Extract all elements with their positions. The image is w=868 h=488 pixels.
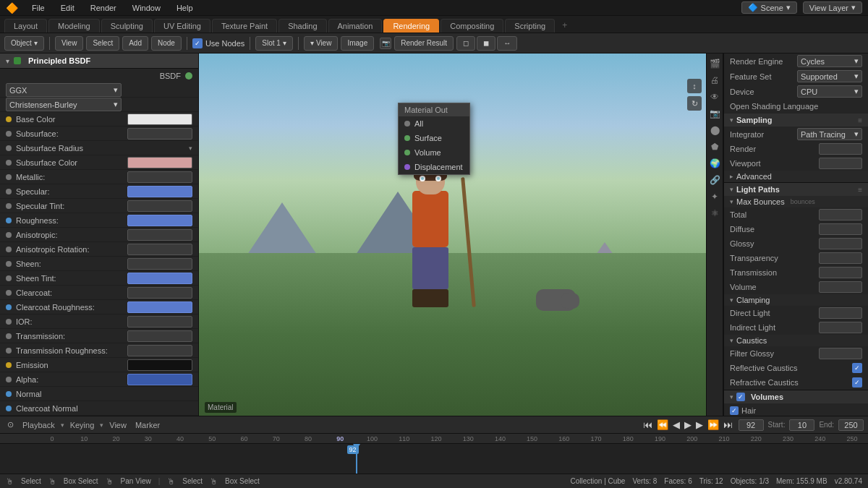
feature-set-dropdown[interactable]: Supported ▾ <box>797 70 862 82</box>
menu-window[interactable]: Window <box>130 4 163 12</box>
principled-bsdf-header[interactable]: ▾ Principled BSDF <box>0 53 198 69</box>
advanced-subsection[interactable]: ▸ Advanced <box>724 171 868 182</box>
light-paths-menu-icon[interactable]: ≡ <box>858 186 862 194</box>
mode-dropdown[interactable]: Object ▾ <box>4 36 44 51</box>
viewport-view-btn[interactable]: ▾ View <box>304 36 339 51</box>
ior-input[interactable]: 1.450 <box>127 316 192 328</box>
tab-sculpting[interactable]: Sculpting <box>101 19 153 33</box>
caustics-subsection[interactable]: ▾ Caustics <box>724 335 868 346</box>
image-button[interactable]: Image <box>341 36 374 51</box>
direct-light-input[interactable]: 0.00 <box>819 307 862 319</box>
total-input[interactable]: 12 <box>819 209 862 221</box>
timeline-track[interactable]: 92 <box>0 444 868 474</box>
sampling-section-header[interactable]: ▾ Sampling ≡ <box>724 114 868 127</box>
anisotropic-input[interactable]: 0.000 <box>127 229 192 241</box>
side-render-icon[interactable]: 🎬 <box>707 56 722 71</box>
side-material-icon[interactable]: ⬟ <box>707 140 722 154</box>
tab-animation[interactable]: Animation <box>328 19 383 33</box>
view-button[interactable]: View <box>55 36 84 51</box>
gizmo-move[interactable]: ↕ <box>687 79 702 93</box>
tab-texture-paint[interactable]: Texture Paint <box>212 19 277 33</box>
view-dropdown[interactable]: View <box>106 421 129 429</box>
roughness-input[interactable]: 0.372 <box>127 215 192 226</box>
prev-keyframe-btn[interactable]: ◀ <box>671 419 681 430</box>
light-paths-header[interactable]: ▾ Light Paths ≡ <box>724 183 868 196</box>
keying-dropdown[interactable]: Keying <box>67 421 98 429</box>
view-layer-selector[interactable]: View Layer ▾ <box>803 1 862 14</box>
material-output-volume[interactable]: Volume <box>399 145 469 160</box>
tab-uv-editing[interactable]: UV Editing <box>154 19 210 33</box>
material-output-displacement[interactable]: Displacement <box>399 160 469 174</box>
tab-layout[interactable]: Layout <box>4 19 47 33</box>
hair-checkbox[interactable]: ✓ <box>730 406 739 415</box>
bsdf-output-dot[interactable] <box>185 72 192 80</box>
material-output-surface[interactable]: Surface <box>399 131 469 145</box>
metallic-input[interactable]: 0.000 <box>127 171 192 183</box>
menu-help[interactable]: Help <box>174 4 195 12</box>
gizmo-rotate[interactable]: ↻ <box>687 96 702 111</box>
start-frame-display[interactable]: 10 <box>789 419 814 431</box>
add-tab-button[interactable]: + <box>556 18 573 33</box>
side-camera-icon[interactable]: 📷 <box>707 106 722 121</box>
tab-compositing[interactable]: Compositing <box>441 19 503 33</box>
jump-start-btn[interactable]: ⏮ <box>642 419 654 430</box>
clearcoat-roughness-input[interactable]: 0.186 <box>127 301 192 313</box>
use-nodes-checkbox[interactable]: ✓ <box>192 38 203 48</box>
render-ctrl-2[interactable]: ◼ <box>477 36 495 51</box>
scene-selector[interactable]: 🔷 Scene ▾ <box>741 1 797 14</box>
transparency-input[interactable]: 8 <box>819 252 862 264</box>
viewport-samples-input[interactable]: 300 <box>819 158 862 169</box>
emission-color-swatch[interactable] <box>127 359 192 371</box>
integrator-dropdown[interactable]: Path Tracing ▾ <box>797 128 862 140</box>
end-frame-display[interactable]: 250 <box>838 419 864 431</box>
side-physics-icon[interactable]: ⚛ <box>707 206 722 221</box>
menu-render[interactable]: Render <box>88 4 119 12</box>
alpha-input[interactable]: 1.000 <box>127 374 192 385</box>
glossy-input[interactable]: 3 <box>819 238 862 249</box>
max-bounces-subsection[interactable]: ▾ Max Bounces bounces <box>724 196 868 207</box>
transmission-roughness-input[interactable]: 0.000 <box>127 345 192 356</box>
tab-scripting[interactable]: Scripting <box>505 19 555 33</box>
subsurface-color-swatch[interactable] <box>127 157 192 168</box>
add-button[interactable]: Add <box>122 36 148 51</box>
side-output-icon[interactable]: 🖨 <box>707 73 722 87</box>
specular-input[interactable]: 0.555 <box>127 186 192 197</box>
render-icon[interactable]: 📷 <box>380 38 391 49</box>
next-frame-btn[interactable]: ⏩ <box>706 419 720 430</box>
diffuse-input[interactable]: 2 <box>819 223 862 235</box>
menu-edit[interactable]: Edit <box>59 4 77 12</box>
anisotropic-rotation-input[interactable]: 0.000 <box>127 244 192 255</box>
current-frame-display[interactable]: 92 <box>739 419 764 431</box>
render-samples-input[interactable]: 3000 <box>819 143 862 155</box>
next-keyframe-btn[interactable]: ▶ <box>694 419 705 430</box>
prev-frame-btn[interactable]: ⏪ <box>655 419 670 430</box>
render-engine-dropdown[interactable]: Cycles ▾ <box>797 55 862 67</box>
filter-glossy-input[interactable]: 1.00 <box>819 348 862 359</box>
side-object-icon[interactable]: ⬤ <box>707 123 722 137</box>
transmission-bounces-input[interactable]: 12 <box>819 267 862 278</box>
render-ctrl-3[interactable]: ↔ <box>497 36 517 51</box>
slot-dropdown[interactable]: Slot 1 ▾ <box>255 36 293 51</box>
side-world-icon[interactable]: 🌍 <box>707 156 722 171</box>
christensen-dropdown[interactable]: Christensen-Burley ▾ <box>6 98 122 111</box>
tab-shading[interactable]: Shading <box>278 19 326 33</box>
refractive-checkbox[interactable]: ✓ <box>852 377 862 388</box>
side-particles-icon[interactable]: ✦ <box>707 189 722 204</box>
tab-rendering[interactable]: Rendering <box>383 19 439 33</box>
node-button[interactable]: Node <box>151 36 182 51</box>
jump-end-btn[interactable]: ⏭ <box>722 419 734 430</box>
render-ctrl-1[interactable]: ◻ <box>456 36 475 51</box>
reflective-checkbox[interactable]: ✓ <box>852 363 862 373</box>
menu-file[interactable]: File <box>30 4 47 12</box>
select-button[interactable]: Select <box>86 36 119 51</box>
clamping-subsection[interactable]: ▾ Clamping <box>724 294 868 306</box>
playback-dropdown[interactable]: Playback <box>20 421 58 429</box>
play-btn-main[interactable]: ▶ <box>683 419 693 430</box>
transmission-input[interactable]: 0.000 <box>127 330 192 342</box>
volumes-checkbox[interactable]: ✓ <box>736 393 745 401</box>
volumes-header[interactable]: ▾ ✓ Volumes <box>724 390 868 403</box>
sampling-menu-icon[interactable]: ≡ <box>858 116 862 124</box>
base-color-swatch[interactable] <box>127 114 192 125</box>
tab-modeling[interactable]: Modeling <box>48 19 100 33</box>
indirect-light-input[interactable]: 10.00 <box>819 322 862 333</box>
